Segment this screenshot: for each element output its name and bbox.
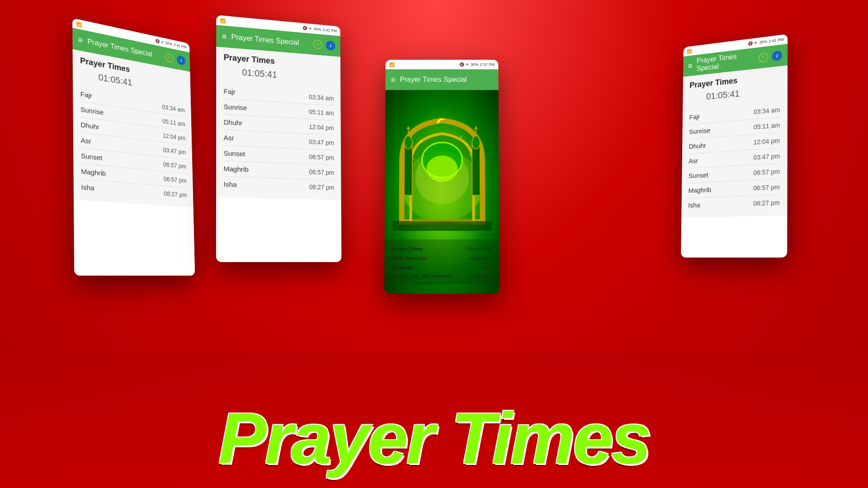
svg-point-4 xyxy=(426,155,458,182)
section-title-2: Prayer Times xyxy=(224,53,275,66)
mosque-illustration: ✦ ✦ ✦ ✦ xyxy=(385,99,499,231)
prayer-time-isha-1: 08:27 pm xyxy=(164,190,187,198)
svg-text:✦: ✦ xyxy=(413,158,415,160)
toolbar-icons-2: ↻ i xyxy=(313,39,335,51)
status-bar-3: 📶 🔇 ✈ 30% 2:37 PM xyxy=(386,60,498,69)
section-title-4: Prayer Times xyxy=(689,76,737,90)
svg-text:✦: ✦ xyxy=(460,136,462,139)
info-button-4[interactable]: i xyxy=(772,50,782,61)
prayer-time-sunrise-1: 05:11 am xyxy=(162,117,185,127)
info-button-1[interactable]: i xyxy=(177,55,185,66)
menu-row-prayers[interactable]: Prayers : Sehr , Iftar, Ashra Dua (صلاة … xyxy=(392,272,492,280)
prayer-content-4: Prayer Times 01:05:41 Fajr 03:34 am Sunr… xyxy=(681,66,788,218)
prayer-time-maghrib-1: 06:57 pm xyxy=(163,175,186,184)
app-title-4: Prayer Times Special xyxy=(697,51,754,73)
phone-2: 📶 🔇 ✈ 30% 2:41 PM ≡ Prayer Times Special… xyxy=(216,15,341,262)
status-left-1: 📶 xyxy=(76,21,81,27)
status-right-3: 🔇 ✈ 30% 2:37 PM xyxy=(460,62,495,67)
menu-label-qibla: Qibla Direction xyxy=(392,255,427,261)
mosque-background: ✦ ✦ ✦ ✦ Prayer Times اوقات الصلاة xyxy=(384,90,500,294)
menu-arabic-prayers: (صلاة قرآن) xyxy=(472,274,492,278)
toolbar-icons-4: ↻ i xyxy=(759,50,782,63)
menu-row-reminder[interactable]: Reminder تذكير xyxy=(392,263,492,272)
prayer-time-asr-1: 03:47 pm xyxy=(163,146,186,156)
status-airplane-icon-2: ✈ xyxy=(309,26,312,31)
phones-container: 📶 🔇 ✈ 30% 2:41 PM ≡ Prayer Times Special… xyxy=(36,9,832,285)
prayer-name-isha-1: Isha xyxy=(81,183,94,192)
status-time-3: 2:37 PM xyxy=(480,62,495,67)
prayer-time-fajr-1: 03:34 am xyxy=(162,103,185,113)
phone-1: 📶 🔇 ✈ 30% 2:41 PM ≡ Prayer Times Special… xyxy=(72,18,195,276)
status-airplane-icon-3: ✈ xyxy=(466,62,469,67)
phone-4: 📶 🔇 ✈ 30% 2:41 PM ≡ Prayer Times Special… xyxy=(681,34,788,258)
status-sim-icon-4: 📶 xyxy=(687,48,692,54)
info-button-2[interactable]: i xyxy=(326,40,335,51)
status-left-3: 📶 xyxy=(389,62,395,67)
status-left-2: 📶 xyxy=(220,18,225,23)
menu-label-prayer-times: Prayer Times xyxy=(392,246,423,251)
prayer-name-dhuhr-1: Dhuhr xyxy=(80,121,99,131)
menu-row-qibla[interactable]: Qibla Direction اتجاه القبلة xyxy=(392,253,492,263)
hamburger-icon-1[interactable]: ≡ xyxy=(78,36,83,45)
status-airplane-icon: ✈ xyxy=(161,40,164,45)
menu-label-reminder: Reminder xyxy=(392,265,415,270)
svg-point-6 xyxy=(404,136,412,149)
prayer-name-asr-1: Asr xyxy=(81,136,91,145)
mosque-menu-items: Prayer Times اوقات الصلاة Qibla Directio… xyxy=(384,239,500,285)
status-battery-3: 30% xyxy=(471,62,479,67)
prayer-name-sunset-1: Sunset xyxy=(81,152,103,162)
status-airplane-icon-4: ✈ xyxy=(754,40,758,45)
prayer-row-isha-2: Isha 08:27 pm xyxy=(224,177,335,195)
svg-rect-8 xyxy=(472,142,480,195)
hamburger-icon-3[interactable]: ≡ xyxy=(391,76,395,84)
status-left-4: 📶 xyxy=(687,48,692,54)
prayer-row-isha-4: Isha 08:27 pm xyxy=(688,195,780,212)
status-battery-1: 30% xyxy=(165,41,173,46)
status-battery-4: 30% xyxy=(759,39,767,45)
page-title: Prayer Times xyxy=(0,402,868,474)
status-sim-icon-3: 📶 xyxy=(389,62,395,67)
status-sim-icon-2: 📶 xyxy=(220,18,225,23)
status-time-2: 2:41 PM xyxy=(323,28,337,33)
prayer-time-sunset-1: 06:57 pm xyxy=(163,161,186,170)
svg-text:✦: ✦ xyxy=(469,154,471,156)
prayer-time-dhuhr-1: 12:04 pm xyxy=(163,132,186,141)
svg-text:✦: ✦ xyxy=(420,139,423,143)
hamburger-icon-4[interactable]: ≡ xyxy=(688,62,693,70)
app-title-3: Prayer Times Special xyxy=(400,76,493,84)
menu-row-prayer-times[interactable]: Prayer Times اوقات الصلاة xyxy=(392,244,492,253)
status-mute-icon-4: 🔇 xyxy=(748,41,753,46)
status-right-2: 🔇 ✈ 30% 2:41 PM xyxy=(303,26,337,33)
toolbar-3: ≡ Prayer Times Special xyxy=(386,69,499,90)
app-title-2: Prayer Times Special xyxy=(231,33,308,47)
status-time-4: 2:41 PM xyxy=(769,37,784,43)
hamburger-icon-2[interactable]: ≡ xyxy=(222,32,227,41)
refresh-button-4[interactable]: ↻ xyxy=(759,52,769,63)
prayer-name-fajr-1: Fajr xyxy=(80,90,92,99)
svg-point-9 xyxy=(472,136,480,149)
prayer-content-2: Prayer Times 01:05:41 Fajr 03:34 am Sunr… xyxy=(216,47,341,200)
menu-arabic-prayer-times: اوقات الصلاة xyxy=(466,246,492,252)
menu-arabic-reminder: تذكير xyxy=(482,264,492,270)
phone-3: 📶 🔇 ✈ 30% 2:37 PM ≡ Prayer Times Special xyxy=(384,60,500,294)
toolbar-icons-1: ↻ i xyxy=(165,52,185,66)
status-sim-icon: 📶 xyxy=(76,21,81,27)
status-time-1: 2:41 PM xyxy=(174,42,187,49)
prayer-name-sunrise-1: Sunrise xyxy=(80,105,104,116)
svg-rect-5 xyxy=(404,142,412,195)
prayer-content-1: Prayer Times 01:05:41 Fajr 03:34 am Sunr… xyxy=(73,49,193,207)
mosque-screen: ✦ ✦ ✦ ✦ Prayer Times اوقات الصلاة xyxy=(384,90,500,294)
status-mute-icon-2: 🔇 xyxy=(303,26,308,31)
status-mute-icon: 🔇 xyxy=(156,38,160,43)
prayer-name-maghrib-1: Maghrib xyxy=(81,167,106,177)
status-mute-icon-3: 🔇 xyxy=(460,62,465,67)
menu-arabic-qibla: اتجاه القبلة xyxy=(470,255,492,261)
svg-rect-15 xyxy=(392,221,491,231)
refresh-button-2[interactable]: ↻ xyxy=(313,39,322,50)
menu-label-prayers: Prayers : Sehr , Iftar, Ashra Dua xyxy=(392,274,453,278)
status-battery-2: 30% xyxy=(314,27,321,32)
refresh-button-1[interactable]: ↻ xyxy=(165,52,174,63)
